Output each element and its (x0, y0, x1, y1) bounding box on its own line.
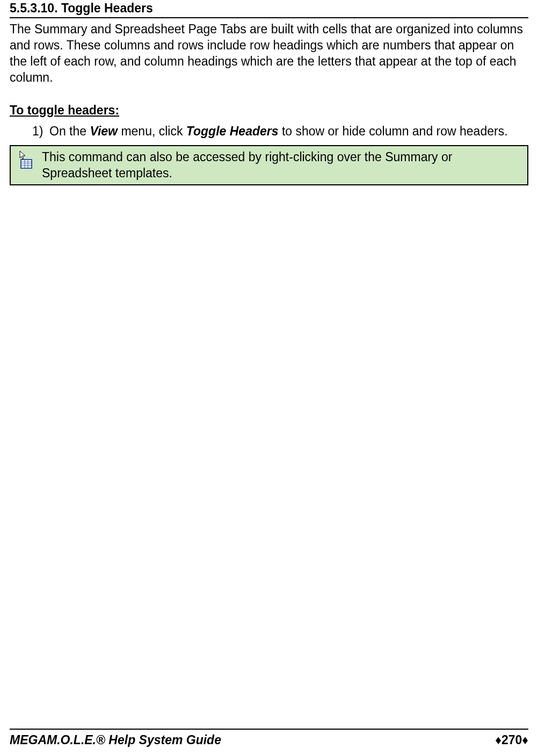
intro-paragraph: The Summary and Spreadsheet Page Tabs ar… (10, 18, 528, 86)
step-text-post: to show or hide column and row headers. (279, 124, 508, 138)
page-footer: MEGAM.O.L.E.® Help System Guide ♦270♦ (10, 729, 528, 747)
step-text-mid: menu, click (118, 124, 186, 138)
step-command-name: Toggle Headers (186, 124, 279, 138)
step-text-pre: On the (49, 124, 90, 138)
diamond-icon: ♦ (522, 733, 528, 747)
page-number: 270 (501, 733, 522, 747)
diamond-icon: ♦ (495, 733, 501, 747)
footer-page: ♦270♦ (495, 733, 528, 747)
cursor-grid-icon (16, 149, 35, 175)
section-title: Toggle Headers (61, 1, 153, 15)
footer-title: MEGAM.O.L.E.® Help System Guide (10, 733, 221, 747)
procedure-heading: To toggle headers: (10, 103, 528, 118)
step-menu-name: View (90, 124, 118, 138)
footer-title-rest: M.O.L.E.® Help System Guide (47, 733, 221, 747)
footer-title-prefix: MEGA (10, 733, 47, 747)
step-marker: 1) (32, 123, 43, 140)
step-item: 1) On the View menu, click Toggle Header… (32, 123, 528, 140)
note-box: This command can also be accessed by rig… (10, 145, 528, 186)
spreadsheet-icon (20, 159, 32, 169)
note-text: This command can also be accessed by rig… (42, 149, 522, 182)
section-number: 5.5.3.10. (10, 1, 58, 15)
step-list: 1) On the View menu, click Toggle Header… (10, 123, 528, 140)
section-heading: 5.5.3.10. Toggle Headers (10, 0, 528, 18)
